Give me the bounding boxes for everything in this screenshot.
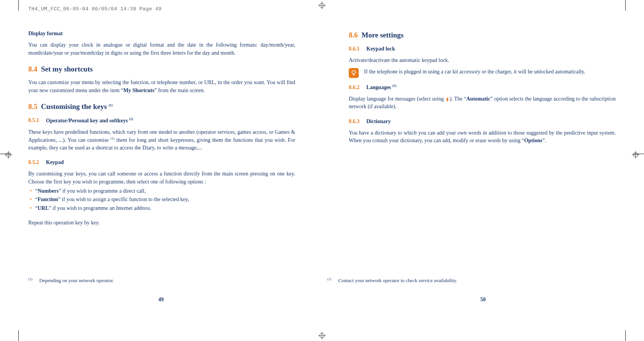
section-number: 8.6 — [349, 31, 358, 39]
crop-mark — [625, 330, 626, 341]
list-item: “Function” if you wish to assign a speci… — [28, 196, 295, 203]
tip-icon — [349, 68, 359, 78]
note-block: If the telephone is plugged in using a c… — [349, 68, 616, 78]
paragraph: Repeat this operation key by key. — [28, 219, 295, 227]
registration-mark-icon — [318, 332, 326, 339]
subsection-title: Operator/Personal key and softkeys — [46, 117, 129, 123]
section-8-6-heading: 8.6 More settings — [349, 30, 616, 41]
subsection-number: 8.5.2 — [28, 159, 39, 165]
print-header: TH4_UM_FCC_06-05-04 06/05/04 14:39 Page … — [28, 6, 162, 12]
footnote-right: (1)Contact your network operator to chec… — [327, 277, 457, 284]
paragraph: You have a dictionary to which you can a… — [349, 129, 616, 145]
subsection-8-6-2-heading: 8.6.2Languages (1) — [349, 83, 616, 91]
paragraph: Display language for messages (select us… — [349, 95, 616, 111]
crop-mark — [625, 0, 626, 11]
section-8-5-heading: 8.5 Customising the keys (1) — [28, 101, 295, 112]
subsection-title: Languages — [366, 84, 392, 90]
subheading-display-format: Display format — [28, 30, 295, 37]
paragraph: These keys have predefined functions, wh… — [28, 128, 295, 152]
crop-mark — [18, 0, 19, 11]
svg-line-14 — [352, 71, 352, 71]
registration-mark-icon — [318, 2, 326, 9]
subsection-number: 8.5.1 — [28, 117, 39, 123]
paragraph: By customising your keys, you can call s… — [28, 170, 295, 186]
nav-up-down-icon: ▲▼ — [445, 97, 450, 102]
svg-rect-18 — [353, 74, 355, 75]
subsection-number: 8.6.1 — [349, 46, 359, 52]
section-title: Customising the keys — [41, 102, 109, 110]
paragraph: You can customize your menu by selecting… — [28, 79, 295, 94]
footnote-left: (1)Depending on your network operator. — [28, 277, 114, 284]
subsection-8-5-2-heading: 8.5.2Keypad — [28, 159, 295, 166]
subsection-title: Keypad — [46, 159, 64, 165]
page-right: 8.6 More settings 8.6.1Keypad lock Activ… — [322, 23, 644, 234]
list-item: “Numbers” if you wish to programme a dir… — [28, 187, 295, 195]
page-left: Display format You can display your cloc… — [0, 23, 322, 234]
subsection-8-6-3-heading: 8.6.3Dictionary — [349, 118, 616, 125]
paragraph: Activate/deactivate the automatic keypad… — [349, 57, 616, 64]
list-item: “URL” if you wish to programme an Intern… — [28, 205, 295, 212]
section-8-4-heading: 8.4 Set my shortcuts — [28, 64, 295, 75]
page-number-right: 50 — [322, 297, 644, 303]
crop-mark — [18, 330, 19, 341]
section-title: Set my shortcuts — [41, 65, 93, 73]
section-title: More settings — [361, 31, 403, 39]
page-spread: Display format You can display your cloc… — [0, 23, 644, 234]
subsection-title: Dictionary — [366, 119, 391, 124]
subsection-title: Keypad lock — [366, 46, 395, 52]
subsection-number: 8.6.2 — [349, 84, 359, 90]
svg-point-12 — [352, 71, 355, 74]
bullet-list: “Numbers” if you wish to programme a dir… — [28, 187, 295, 212]
section-number: 8.5 — [28, 102, 37, 110]
paragraph: You can display your clock in analogue o… — [28, 41, 295, 57]
subsection-8-6-1-heading: 8.6.1Keypad lock — [349, 45, 616, 53]
page-number-left: 49 — [0, 297, 322, 303]
note-text: If the telephone is plugged in using a c… — [364, 68, 616, 76]
svg-line-15 — [355, 71, 356, 71]
subsection-number: 8.6.3 — [349, 119, 359, 124]
subsection-8-5-1-heading: 8.5.1Operator/Personal key and softkeys … — [28, 117, 295, 125]
section-number: 8.4 — [28, 65, 37, 73]
